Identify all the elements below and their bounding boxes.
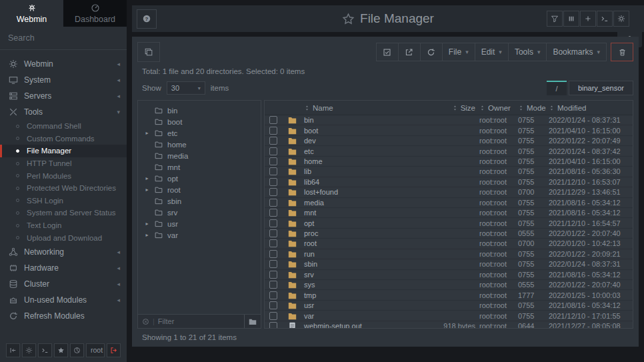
row-checkbox[interactable] <box>269 199 277 207</box>
sidebar-item-ssh-login[interactable]: SSH Login <box>0 195 127 207</box>
column-header-owner[interactable]: Owner <box>479 104 518 112</box>
table-row-sys[interactable]: sysroot:root05552022/01/22 - 20:07:40 <box>265 280 633 290</box>
file-menu-button[interactable]: File▾ <box>442 43 475 61</box>
sidebar-item-protected-web-directories[interactable]: Protected Web Directories <box>0 182 127 195</box>
terminal-button[interactable] <box>597 11 613 27</box>
search-input[interactable] <box>8 33 115 43</box>
row-checkbox[interactable] <box>269 137 277 145</box>
sidebar-item-refresh-modules[interactable]: Refresh Modules <box>0 308 127 324</box>
table-row-opt[interactable]: optroot:root07552021/12/10 - 16:54:57 <box>265 218 633 228</box>
table-row-boot[interactable]: bootroot:root07552021/04/10 - 16:15:00 <box>265 125 633 135</box>
table-row-var[interactable]: varroot:root07552021/12/10 - 17:01:55 <box>265 311 633 321</box>
user-account-button[interactable]: root <box>86 343 105 357</box>
tools-menu-button[interactable]: Tools▾ <box>508 43 547 61</box>
column-header-size[interactable]: Size <box>423 104 479 112</box>
row-checkbox[interactable] <box>269 312 277 320</box>
tab-webmin[interactable]: Webmin <box>0 0 63 27</box>
columns-button[interactable] <box>563 11 579 27</box>
tree-item-etc[interactable]: ▸etc <box>138 127 261 139</box>
refresh-button[interactable] <box>420 43 443 61</box>
sidebar-item-system[interactable]: System◂ <box>0 72 127 88</box>
star-icon[interactable] <box>342 13 355 25</box>
filter-button[interactable] <box>547 11 563 27</box>
table-row-usr[interactable]: usrroot:root07552021/08/16 - 05:34:12 <box>265 301 633 311</box>
table-row-bin[interactable]: binroot:root07552022/01/24 - 08:37:31 <box>265 115 633 125</box>
row-checkbox[interactable] <box>269 219 277 227</box>
table-row-webmin-setup-out[interactable]: webmin-setup.out918 bytesroot:root064420… <box>265 321 633 328</box>
sidebar-item-servers[interactable]: Servers◂ <box>0 88 127 104</box>
tree-item-var[interactable]: ▸var <box>138 229 261 241</box>
row-checkbox[interactable] <box>269 188 277 196</box>
tree-item-sbin[interactable]: sbin <box>138 195 261 207</box>
theme-toggle-button[interactable] <box>22 343 36 357</box>
table-row-etc[interactable]: etcroot:root07552022/01/24 - 08:37:42 <box>265 146 633 156</box>
row-checkbox[interactable] <box>269 178 277 186</box>
favorites-button[interactable] <box>54 343 68 357</box>
row-checkbox[interactable] <box>269 250 277 258</box>
tree-item-home[interactable]: home <box>138 139 261 150</box>
sidebar-item-custom-commands[interactable]: Custom Commands <box>0 133 127 145</box>
sidebar-item-un-used-modules[interactable]: Un-used Modules◂ <box>0 292 127 308</box>
sidebar-item-http-tunnel[interactable]: HTTP Tunnel <box>0 157 127 170</box>
sidebar-item-cluster[interactable]: Cluster◂ <box>0 276 127 292</box>
column-header-name[interactable]: Name <box>302 104 423 112</box>
tree-filter-input[interactable] <box>158 317 241 325</box>
table-row-proc[interactable]: procroot:root05552022/01/22 - 20:07:40 <box>265 229 633 239</box>
paste-buffer-button[interactable] <box>137 42 160 62</box>
tree-item-mnt[interactable]: mnt <box>138 161 261 173</box>
row-checkbox[interactable] <box>269 281 277 289</box>
delete-button[interactable] <box>611 43 633 61</box>
collapse-sidebar-button[interactable] <box>6 343 20 357</box>
logout-button[interactable] <box>107 343 121 357</box>
table-row-media[interactable]: mediaroot:root07552021/08/16 - 05:34:12 <box>265 198 633 208</box>
row-checkbox[interactable] <box>269 229 277 237</box>
tree-folder-button[interactable] <box>244 315 257 328</box>
tree-item-root[interactable]: ▸root <box>138 184 261 195</box>
table-row-tmp[interactable]: tmproot:root17772022/01/25 - 10:00:03 <box>265 290 633 300</box>
table-row-lib[interactable]: libroot:root07552021/08/16 - 05:36:30 <box>265 167 633 177</box>
table-row-srv[interactable]: srvroot:root07552021/08/16 - 05:34:12 <box>265 270 633 280</box>
row-checkbox[interactable] <box>269 271 277 279</box>
tab-dashboard[interactable]: Dashboard <box>63 0 127 27</box>
table-row-lost-found[interactable]: lost+foundroot:root07002021/12/29 - 13:4… <box>265 187 633 197</box>
column-header-mode[interactable]: Mode <box>518 104 549 112</box>
sidebar-item-file-manager[interactable]: File Manager <box>0 145 127 157</box>
clear-filter-icon[interactable] <box>142 318 149 325</box>
export-button[interactable] <box>398 43 421 61</box>
breadcrumb-root[interactable]: / <box>547 81 567 95</box>
table-row-lib64[interactable]: lib64root:root07552021/12/10 - 16:53:07 <box>265 177 633 187</box>
tree-item-bin[interactable]: bin <box>138 105 261 116</box>
row-checkbox[interactable] <box>269 260 277 268</box>
table-row-run[interactable]: runroot:root07552022/01/22 - 20:09:21 <box>265 249 633 259</box>
sidebar-item-tools[interactable]: Tools▾ <box>0 104 127 120</box>
sidebar-item-perl-modules[interactable]: Perl Modules <box>0 169 127 182</box>
row-checkbox[interactable] <box>269 322 277 328</box>
select-all-button[interactable] <box>376 43 399 61</box>
row-checkbox[interactable] <box>269 167 277 175</box>
language-button[interactable] <box>70 343 84 357</box>
table-row-sbin[interactable]: sbinroot:root07552022/01/24 - 08:37:31 <box>265 259 633 269</box>
sidebar-item-system-and-server-status[interactable]: System and Server Status <box>0 207 127 219</box>
terminal-shortcut-button[interactable] <box>38 343 52 357</box>
page-size-select[interactable]: 30 ▾ <box>167 81 205 95</box>
column-header-modified[interactable]: Modified <box>549 104 633 112</box>
row-checkbox[interactable] <box>269 291 277 299</box>
row-checkbox[interactable] <box>269 116 277 124</box>
sidebar-item-networking[interactable]: Networking◂ <box>0 244 127 260</box>
sidebar-item-hardware[interactable]: Hardware◂ <box>0 260 127 276</box>
sidebar-item-upload-and-download[interactable]: Upload and Download <box>0 231 127 244</box>
add-button[interactable] <box>580 11 596 27</box>
sidebar-item-webmin[interactable]: Webmin◂ <box>0 56 127 72</box>
table-row-home[interactable]: homeroot:root07552021/04/10 - 16:15:00 <box>265 157 633 167</box>
bookmarks-menu-button[interactable]: Bookmarks▾ <box>546 43 607 61</box>
row-checkbox[interactable] <box>269 239 277 247</box>
sidebar-item-command-shell[interactable]: Command Shell <box>0 120 127 133</box>
row-checkbox[interactable] <box>269 147 277 155</box>
settings-button[interactable] <box>613 11 629 27</box>
tree-item-boot[interactable]: boot <box>138 116 261 127</box>
sidebar-item-text-login[interactable]: Text Login <box>0 219 127 232</box>
tree-item-usr[interactable]: ▸usr <box>138 218 261 229</box>
edit-menu-button[interactable]: Edit▾ <box>475 43 509 61</box>
tree-item-srv[interactable]: srv <box>138 207 261 218</box>
tree-item-media[interactable]: media <box>138 150 261 161</box>
